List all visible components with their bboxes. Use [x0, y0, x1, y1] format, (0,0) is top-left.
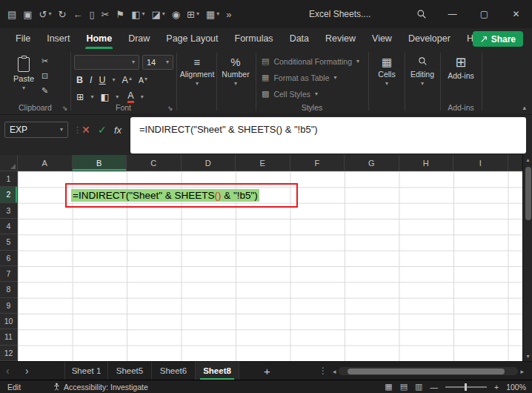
conditional-formatting-button[interactable]: ▤ Conditional Formatting ▾: [262, 56, 359, 66]
alignment-group-button[interactable]: ≡ Alignment ▾: [178, 56, 216, 87]
accessibility-checker[interactable]: Accessibility: Investigate: [53, 383, 148, 392]
column-header-e[interactable]: E: [236, 155, 290, 171]
share-button[interactable]: Share: [473, 31, 523, 47]
chevron-down-icon[interactable]: ▾: [216, 11, 219, 17]
format-painter-icon[interactable]: ✎: [41, 86, 48, 96]
horizontal-scroll-track[interactable]: [339, 367, 519, 375]
tab-insert[interactable]: Insert: [39, 28, 78, 49]
tab-home[interactable]: Home: [78, 28, 120, 49]
number-group-button[interactable]: % Number ▾: [216, 56, 255, 87]
collapse-ribbon-icon[interactable]: ▴: [522, 104, 526, 111]
row-header-4[interactable]: 4: [0, 219, 17, 234]
fill-color-button[interactable]: ◧▾: [131, 10, 144, 19]
sheet-tab-sheet8[interactable]: Sheet8: [196, 362, 239, 380]
row-header-8[interactable]: 8: [0, 282, 17, 297]
chevron-down-icon[interactable]: ▾: [162, 11, 165, 17]
sheet-tab-sheet6[interactable]: Sheet6: [152, 362, 196, 380]
close-button[interactable]: ✕: [500, 0, 532, 28]
cell-borders-icon[interactable]: ⊞: [76, 91, 84, 102]
search-icon[interactable]: [416, 9, 427, 22]
row-header-1[interactable]: 1: [0, 171, 17, 187]
eraser-icon[interactable]: ◪: [151, 10, 160, 19]
table-button[interactable]: ▦▾: [206, 10, 219, 19]
fill-color-icon[interactable]: ◧: [101, 91, 110, 102]
vertical-scroll-thumb[interactable]: [525, 167, 531, 220]
underline-button[interactable]: U: [99, 75, 106, 85]
fill-color-icon[interactable]: ◧: [131, 10, 140, 19]
scroll-up-icon[interactable]: ▴: [523, 156, 532, 163]
column-header-g[interactable]: G: [345, 155, 399, 171]
row-header-2[interactable]: 2: [0, 187, 17, 202]
tab-draw[interactable]: Draw: [120, 28, 158, 49]
chevron-down-icon[interactable]: ▾: [113, 77, 116, 83]
undo-icon[interactable]: ↺: [39, 10, 47, 19]
formula-bar-grip-icon[interactable]: ⋮: [73, 125, 82, 135]
chevron-down-icon[interactable]: ▾: [90, 94, 93, 100]
zoom-slider[interactable]: [445, 386, 487, 388]
font-color-letter[interactable]: A: [127, 91, 133, 103]
row-header-9[interactable]: 9: [0, 298, 17, 314]
scroll-right-icon[interactable]: ▸: [518, 368, 526, 375]
app-menu-icon[interactable]: ▤: [7, 10, 16, 19]
tab-file[interactable]: File: [7, 28, 39, 49]
camera-icon[interactable]: ◉: [172, 10, 180, 19]
tab-data[interactable]: Data: [282, 28, 317, 49]
decrease-font-button[interactable]: A▾: [139, 76, 147, 85]
chevron-down-icon[interactable]: ▾: [141, 94, 144, 100]
redo-icon[interactable]: ↻: [59, 10, 67, 19]
prev-sheet-icon[interactable]: ‹: [6, 362, 10, 380]
chevron-down-icon[interactable]: ▾: [196, 11, 199, 17]
clipboard-dialog-launcher-icon[interactable]: ⇘: [62, 105, 68, 112]
chevron-down-icon[interactable]: ▾: [60, 127, 63, 133]
chevron-down-icon[interactable]: ▾: [49, 11, 52, 17]
font-size-select[interactable]: 14 ▾: [142, 55, 173, 70]
row-header-11[interactable]: 11: [0, 329, 17, 345]
row-header-10[interactable]: 10: [0, 314, 17, 329]
borders-icon[interactable]: ⊞: [187, 10, 195, 19]
row-header-7[interactable]: 7: [0, 266, 17, 282]
more-commands-icon[interactable]: »: [226, 10, 231, 19]
undo-button[interactable]: ↺▾: [39, 10, 52, 19]
maximize-button[interactable]: ▢: [468, 0, 500, 28]
cell-styles-button[interactable]: ▩ Cell Styles ▾: [262, 89, 318, 99]
name-box[interactable]: EXP ▾: [4, 122, 68, 138]
editing-group-button[interactable]: Editing ▾: [405, 56, 439, 87]
sheet-tab-sheet1[interactable]: Sheet 1: [64, 362, 108, 380]
column-header-d[interactable]: D: [182, 155, 236, 171]
sheet-options-icon[interactable]: ⋮: [319, 362, 327, 380]
copy-icon[interactable]: ⊡: [41, 71, 48, 81]
tab-formulas[interactable]: Formulas: [227, 28, 282, 49]
cut-icon[interactable]: ✂: [102, 10, 110, 19]
chevron-down-icon[interactable]: ▾: [116, 94, 119, 100]
normal-view-icon[interactable]: ▦: [385, 382, 392, 392]
page-layout-view-icon[interactable]: ▤: [400, 382, 408, 392]
tab-review[interactable]: Review: [317, 28, 364, 49]
zoom-slider-thumb[interactable]: [465, 383, 467, 391]
clipboard-icon[interactable]: ▯: [89, 10, 94, 19]
font-dialog-launcher-icon[interactable]: ⇘: [167, 105, 173, 112]
format-as-table-button[interactable]: ▦ Format as Table ▾: [262, 73, 337, 82]
row-header-12[interactable]: 12: [0, 346, 17, 361]
insert-function-icon[interactable]: fx: [114, 125, 122, 136]
increase-font-button[interactable]: A▴: [122, 75, 132, 85]
column-header-i[interactable]: I: [453, 155, 508, 171]
column-header-h[interactable]: H: [399, 155, 454, 171]
cells-group-button[interactable]: ▦ Cells ▾: [370, 56, 404, 87]
scroll-left-icon[interactable]: ◂: [330, 368, 339, 375]
row-header-3[interactable]: 3: [0, 203, 17, 219]
tab-page-layout[interactable]: Page Layout: [158, 28, 226, 49]
row-header-5[interactable]: 5: [0, 234, 17, 250]
table-icon[interactable]: ▦: [206, 10, 215, 19]
zoom-level[interactable]: 100%: [506, 383, 526, 392]
horizontal-scrollbar[interactable]: ◂ ▸: [330, 364, 526, 378]
enter-icon[interactable]: ✓: [98, 124, 107, 136]
zoom-in-icon[interactable]: +: [494, 383, 499, 392]
select-all-corner[interactable]: [0, 155, 18, 171]
tab-developer[interactable]: Developer: [400, 28, 459, 49]
vertical-scrollbar[interactable]: ▴ ▾: [522, 155, 532, 361]
flag-icon[interactable]: ⚑: [116, 10, 124, 19]
next-sheet-icon[interactable]: ›: [25, 362, 29, 380]
cancel-icon[interactable]: ✕: [82, 124, 90, 136]
eraser-button[interactable]: ◪▾: [151, 10, 164, 19]
column-header-b[interactable]: B: [73, 155, 127, 171]
